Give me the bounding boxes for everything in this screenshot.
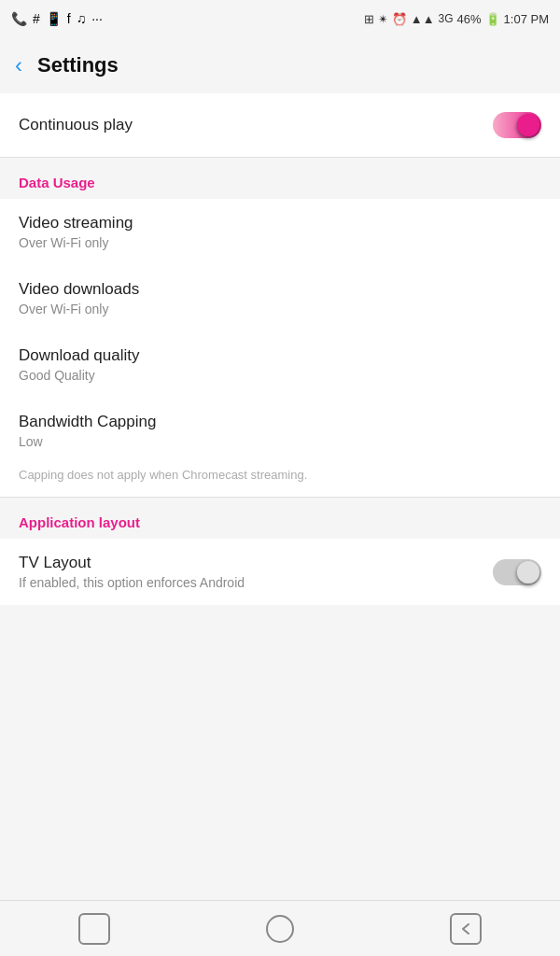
- video-streaming-subtitle: Over Wi-Fi only: [19, 235, 541, 250]
- data-usage-content: Video streaming Over Wi-Fi only Video do…: [0, 199, 560, 497]
- video-streaming-item[interactable]: Video streaming Over Wi-Fi only: [0, 199, 560, 265]
- bluetooth-icon: ✴: [378, 12, 388, 26]
- continuous-play-row: Continuous play: [0, 93, 560, 157]
- lastfm-icon: ♫: [77, 11, 87, 26]
- status-bar: 📞 # 📱 f ♫ ··· ⊞ ✴ ⏰ ▲▲ 3G 46% 🔋 1:07 PM: [0, 0, 560, 37]
- download-quality-subtitle: Good Quality: [19, 368, 541, 383]
- tv-layout-title: TV Layout: [19, 554, 493, 572]
- app-layout-content: TV Layout If enabled, this option enforc…: [0, 539, 560, 605]
- battery-percent: 46%: [457, 12, 482, 26]
- app-layout-title: Application layout: [19, 514, 140, 530]
- data-usage-section-header: Data Usage: [0, 158, 560, 199]
- slack-icon: #: [33, 11, 40, 26]
- signal2-icon: 3G: [439, 12, 454, 25]
- video-downloads-subtitle: Over Wi-Fi only: [19, 302, 541, 316]
- continuous-play-label: Continuous play: [19, 116, 133, 134]
- status-bar-left: 📞 # 📱 f ♫ ···: [11, 11, 103, 26]
- bandwidth-capping-subtitle: Low: [19, 434, 541, 449]
- facebook-icon: f: [67, 11, 71, 26]
- bandwidth-capping-title: Bandwidth Capping: [19, 413, 541, 431]
- bandwidth-capping-item[interactable]: Bandwidth Capping Low: [0, 398, 560, 464]
- signal-icon: ▲▲: [411, 12, 435, 26]
- app-layout-section-header: Application layout: [0, 498, 560, 539]
- video-streaming-title: Video streaming: [19, 214, 541, 232]
- nav-home-button[interactable]: [266, 915, 294, 943]
- tv-layout-left: TV Layout If enabled, this option enforc…: [19, 554, 493, 590]
- status-bar-right: ⊞ ✴ ⏰ ▲▲ 3G 46% 🔋 1:07 PM: [364, 12, 549, 26]
- phone-icon: 📞: [11, 11, 27, 26]
- alarm-icon: ⏰: [392, 12, 407, 26]
- tv-layout-subtitle: If enabled, this option enforces Android: [19, 575, 493, 590]
- download-quality-title: Download quality: [19, 346, 541, 365]
- nav-back-button[interactable]: [450, 913, 482, 945]
- video-downloads-item[interactable]: Video downloads Over Wi-Fi only: [0, 265, 560, 331]
- back-button[interactable]: ‹: [15, 52, 22, 78]
- continuous-play-toggle[interactable]: [493, 112, 541, 138]
- nav-recent-button[interactable]: [78, 913, 110, 945]
- back-arrow-icon: [459, 922, 472, 935]
- video-downloads-title: Video downloads: [19, 280, 541, 299]
- data-usage-title: Data Usage: [19, 175, 95, 190]
- more-icon: ···: [91, 11, 103, 26]
- header: ‹ Settings: [0, 37, 560, 93]
- cast-icon: ⊞: [364, 12, 374, 26]
- bottom-nav: [0, 900, 560, 956]
- page-title: Settings: [37, 53, 119, 77]
- tv-layout-toggle[interactable]: [493, 559, 541, 585]
- battery-icon: 🔋: [485, 12, 500, 26]
- download-quality-item[interactable]: Download quality Good Quality: [0, 331, 560, 398]
- bandwidth-note: Capping does not apply when Chromecast s…: [0, 464, 560, 497]
- whatsapp-icon: 📱: [46, 11, 62, 26]
- time: 1:07 PM: [504, 12, 549, 26]
- tv-layout-item: TV Layout If enabled, this option enforc…: [0, 539, 560, 605]
